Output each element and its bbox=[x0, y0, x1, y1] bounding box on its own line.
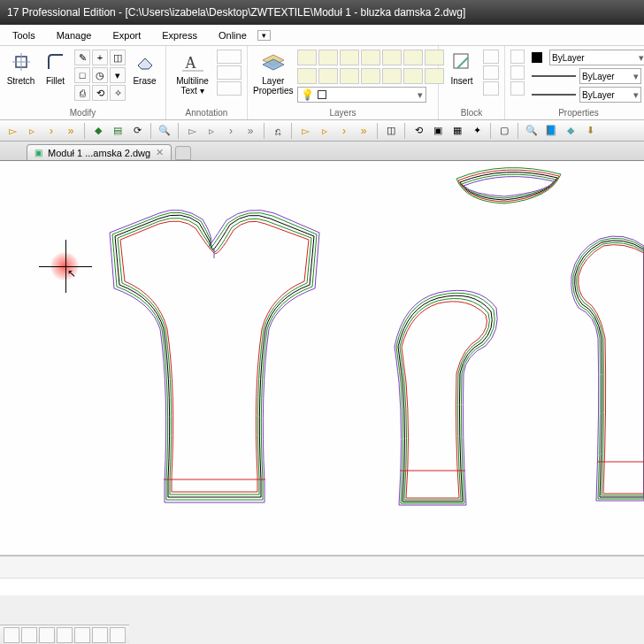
layer-btn-8[interactable] bbox=[297, 68, 317, 84]
layer-btn-2[interactable] bbox=[318, 50, 338, 65]
modify-mini-4[interactable]: □ bbox=[74, 67, 90, 83]
multiline-text-button[interactable]: A Multiline Text ▾ bbox=[172, 50, 213, 96]
tb-btn-20[interactable]: ▣ bbox=[429, 122, 447, 140]
status-btn-1[interactable] bbox=[4, 627, 19, 643]
linetype-select[interactable]: ByLayer▾ bbox=[579, 87, 641, 103]
drawing-canvas[interactable]: ↖ bbox=[0, 161, 644, 556]
erase-button[interactable]: Erase bbox=[129, 50, 160, 86]
modify-mini-6[interactable]: ▾ bbox=[110, 67, 126, 83]
linetype-swatch bbox=[532, 94, 576, 96]
block-mini-2[interactable] bbox=[483, 65, 499, 80]
tb-btn-11[interactable]: › bbox=[222, 122, 240, 140]
tb-btn-3[interactable]: › bbox=[42, 122, 60, 140]
status-btn-5[interactable] bbox=[74, 627, 90, 643]
tb-btn-26[interactable]: ◆ bbox=[562, 122, 579, 140]
menu-dropdown-icon[interactable]: ▾ bbox=[257, 30, 271, 41]
title-text: 17 Professional Edition - [C:\Users\izab… bbox=[7, 6, 465, 19]
tb-btn-17[interactable]: » bbox=[355, 122, 372, 140]
layer-btn-11[interactable] bbox=[361, 68, 380, 84]
tb-btn-16[interactable]: › bbox=[335, 122, 353, 140]
tb-btn-6[interactable]: ▤ bbox=[109, 122, 126, 140]
tb-btn-25[interactable]: 📘 bbox=[542, 122, 560, 140]
prop-side-3[interactable] bbox=[510, 81, 525, 96]
annotation-mini-3[interactable] bbox=[217, 81, 242, 96]
tb-btn-9[interactable]: ▻ bbox=[183, 122, 201, 140]
title-bar: 17 Professional Edition - [C:\Users\izab… bbox=[0, 0, 644, 25]
fillet-button[interactable]: Fillet bbox=[40, 50, 71, 86]
layer-current-select[interactable]: 💡 ▾ bbox=[297, 87, 426, 103]
tb-btn-10[interactable]: ▹ bbox=[203, 122, 220, 140]
ribbon-label-modify: Modify bbox=[5, 106, 160, 119]
tb-btn-8[interactable]: 🔍 bbox=[156, 122, 173, 140]
tb-btn-4[interactable]: » bbox=[62, 122, 80, 140]
modify-mini-9[interactable]: ✧ bbox=[110, 85, 126, 101]
tb-btn-12[interactable]: » bbox=[242, 122, 259, 140]
ribbon-label-block: Block bbox=[444, 106, 499, 119]
close-tab-icon[interactable]: ✕ bbox=[156, 147, 164, 158]
modify-mini-3[interactable]: ◫ bbox=[110, 50, 126, 65]
status-btn-2[interactable] bbox=[21, 627, 37, 643]
document-tab-active[interactable]: ▣ Moduł 1 ...amska 2.dwg ✕ bbox=[27, 144, 172, 160]
tb-btn-19[interactable]: ⟲ bbox=[410, 122, 427, 140]
color-select[interactable]: ByLayer▾ bbox=[549, 50, 644, 65]
layer-btn-5[interactable] bbox=[382, 50, 402, 65]
modify-mini-7[interactable]: ⎙ bbox=[74, 85, 90, 101]
prop-side-1[interactable] bbox=[510, 50, 525, 64]
layer-btn-10[interactable] bbox=[340, 68, 359, 84]
stretch-button[interactable]: Stretch bbox=[5, 50, 36, 86]
pattern-drawing bbox=[0, 161, 644, 556]
menu-tools[interactable]: Tools bbox=[2, 30, 46, 41]
lineweight-select[interactable]: ByLayer▾ bbox=[579, 68, 641, 84]
command-line-input[interactable] bbox=[0, 578, 644, 595]
layer-btn-6[interactable] bbox=[403, 50, 423, 65]
tb-btn-27[interactable]: ⬇ bbox=[581, 122, 599, 140]
layer-buttons-row1 bbox=[297, 50, 444, 65]
block-mini-1[interactable] bbox=[483, 50, 499, 64]
status-btn-7[interactable] bbox=[110, 627, 126, 643]
ribbon-group-modify: Stretch Fillet ✎ + ◫ □ ◷ ▾ ⎙ ⟲ ✧ Erase bbox=[0, 46, 166, 119]
modify-mini-grid: ✎ + ◫ □ ◷ ▾ ⎙ ⟲ ✧ bbox=[74, 50, 126, 101]
menu-express[interactable]: Express bbox=[151, 30, 208, 41]
layer-btn-13[interactable] bbox=[403, 68, 423, 84]
layer-btn-3[interactable] bbox=[340, 50, 359, 65]
tb-btn-23[interactable]: ▢ bbox=[495, 122, 513, 140]
status-btn-4[interactable] bbox=[57, 627, 73, 643]
ribbon-label-properties: Properties bbox=[510, 106, 644, 119]
status-btn-3[interactable] bbox=[39, 627, 55, 643]
tb-btn-24[interactable]: 🔍 bbox=[523, 122, 540, 140]
tb-btn-7[interactable]: ⟳ bbox=[128, 122, 146, 140]
tb-btn-15[interactable]: ▹ bbox=[316, 122, 334, 140]
tb-btn-18[interactable]: ◫ bbox=[382, 122, 400, 140]
file-icon: ▣ bbox=[34, 148, 42, 157]
tb-btn-1[interactable]: ▻ bbox=[4, 122, 21, 140]
modify-mini-2[interactable]: + bbox=[92, 50, 108, 65]
annotation-mini-2[interactable] bbox=[217, 65, 242, 80]
tb-btn-21[interactable]: ▦ bbox=[448, 122, 466, 140]
lineweight-swatch bbox=[532, 75, 576, 77]
annotation-mini-1[interactable] bbox=[217, 50, 242, 64]
status-btn-6[interactable] bbox=[92, 627, 108, 643]
tb-btn-13[interactable]: ⎌ bbox=[269, 122, 287, 140]
prop-side-2[interactable] bbox=[510, 65, 525, 80]
layer-btn-12[interactable] bbox=[382, 68, 402, 84]
tb-btn-5[interactable]: ◆ bbox=[89, 122, 107, 140]
modify-mini-1[interactable]: ✎ bbox=[74, 50, 90, 65]
modify-mini-5[interactable]: ◷ bbox=[92, 67, 108, 83]
tab-overflow-icon[interactable] bbox=[175, 146, 191, 160]
tb-btn-22[interactable]: ✦ bbox=[468, 122, 486, 140]
menu-export[interactable]: Export bbox=[102, 30, 151, 41]
menu-bar: Tools Manage Export Express Online ▾ bbox=[0, 25, 644, 46]
command-area[interactable] bbox=[0, 556, 644, 594]
layer-btn-1[interactable] bbox=[297, 50, 317, 65]
layer-properties-button[interactable]: Layer Properties bbox=[253, 50, 294, 96]
tb-btn-14[interactable]: ▻ bbox=[296, 122, 314, 140]
menu-online[interactable]: Online bbox=[208, 30, 257, 41]
block-mini-3[interactable] bbox=[483, 81, 499, 96]
tb-btn-2[interactable]: ▹ bbox=[23, 122, 41, 140]
color-swatch bbox=[532, 52, 542, 63]
layer-btn-9[interactable] bbox=[318, 68, 338, 84]
layer-btn-4[interactable] bbox=[361, 50, 380, 65]
menu-manage[interactable]: Manage bbox=[46, 30, 103, 41]
insert-button[interactable]: Insert bbox=[444, 50, 479, 86]
modify-mini-8[interactable]: ⟲ bbox=[92, 85, 108, 101]
